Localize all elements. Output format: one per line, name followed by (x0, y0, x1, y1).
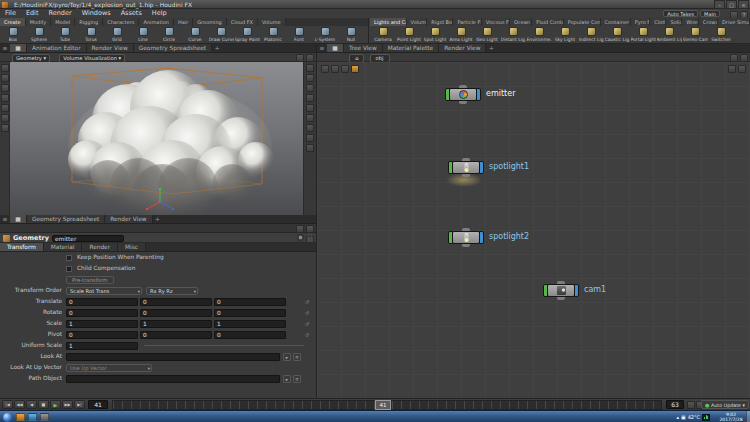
up-vector-menu[interactable]: Use Up Vector (66, 364, 152, 372)
title-bar[interactable]: E:/HoudiniFX/pyro/Toy/1/4_explosion_out_… (0, 0, 750, 9)
translate-tool-icon[interactable] (1, 74, 9, 82)
node-select-flag[interactable] (448, 161, 453, 174)
shelf-tool[interactable]: Circle (156, 26, 182, 44)
shelf-tool[interactable]: Spray Paint (234, 26, 260, 44)
transport-button[interactable]: |◀ (2, 400, 13, 409)
rotate-tool-icon[interactable] (1, 84, 9, 92)
shelf-tool[interactable]: Platonic (260, 26, 286, 44)
shelf-tab[interactable]: Animation (139, 18, 174, 26)
taskbar-clock[interactable]: 9:02 2017/7/28 (714, 412, 748, 422)
node-spotlight1[interactable]: spotlight1 (448, 161, 484, 174)
shelf-tab[interactable]: Model (51, 18, 75, 26)
network-editor[interactable]: emitter spotlight1 spotlight2 (317, 62, 750, 398)
shelf-tab[interactable]: Cloud FX (227, 18, 258, 26)
shelf-tab[interactable]: Volumes (407, 18, 428, 26)
shelf-tab[interactable]: Drive Simulation (718, 18, 750, 26)
shelf-tool[interactable]: Indirect Lig. (578, 26, 604, 44)
audio-icon[interactable] (687, 401, 695, 409)
shelf-tab[interactable]: Lights and Cameras (370, 18, 407, 26)
shelf-tool[interactable]: Portal Light (630, 26, 656, 44)
pane-tab[interactable]: Render View (439, 44, 486, 52)
gear-icon[interactable] (297, 234, 304, 241)
add-tab-button[interactable]: + (212, 44, 222, 52)
transport-button[interactable]: ▶ (50, 400, 61, 409)
network-list-icon[interactable] (730, 54, 738, 62)
folder-tab[interactable]: Transform (0, 243, 44, 251)
shelf-tool[interactable]: Font (286, 26, 312, 44)
menu-item[interactable]: Edit (21, 9, 44, 18)
shelf-tab[interactable]: Grooming (193, 18, 227, 26)
revert-icon[interactable]: ↺ (303, 309, 311, 317)
shelf-tab[interactable]: Characters (103, 18, 139, 26)
shelf-tool[interactable]: Sky Light (552, 26, 578, 44)
scale-y-field[interactable]: 1 (140, 320, 212, 328)
current-take-menu[interactable]: Main (700, 10, 720, 17)
uniform-scale-slider[interactable] (144, 345, 304, 346)
auto-update-menu[interactable]: ● Auto Update ▾ (701, 400, 749, 409)
timeline-ruler[interactable]: 41 (112, 400, 662, 410)
revert-icon[interactable]: ↺ (303, 320, 311, 328)
shelf-tab[interactable]: Viscous Fluids (482, 18, 510, 26)
pivot-z-field[interactable]: 0 (214, 331, 286, 339)
node-display-flag[interactable] (476, 88, 481, 101)
shelf-tab[interactable]: Volume (258, 18, 286, 26)
select-tool-icon[interactable] (1, 64, 9, 72)
translate-x-field[interactable]: 0 (66, 298, 138, 306)
auto-takes-menu[interactable]: Auto Takes (663, 10, 698, 17)
shelf-tab[interactable]: Rigid Bodies (427, 18, 453, 26)
pane-tab[interactable]: Render View (105, 215, 152, 223)
tab-network-view[interactable]: ▦ (327, 44, 344, 52)
shelf-tool[interactable]: Curve (182, 26, 208, 44)
maximize-button[interactable]: □ (726, 0, 737, 9)
shelf-tool[interactable]: Line (130, 26, 156, 44)
tray-expand-icon[interactable]: ▴ (676, 414, 679, 420)
menu-item[interactable]: Windows (77, 9, 116, 18)
transport-button[interactable]: ■ (38, 400, 49, 409)
node-color-icon[interactable] (341, 65, 349, 73)
tab-scene-view[interactable]: ▦ (10, 44, 27, 52)
pane-menu-icon[interactable]: ≡ (317, 44, 327, 52)
minimize-button[interactable]: – (714, 0, 725, 9)
shelf-tool[interactable]: Box (0, 26, 26, 44)
snapshot-icon[interactable] (306, 104, 314, 112)
shelf-tab[interactable]: Particle Fluids (453, 18, 481, 26)
handles-tool-icon[interactable] (1, 104, 9, 112)
rotate-x-field[interactable]: 0 (66, 309, 138, 317)
transport-button[interactable]: ▶| (74, 400, 85, 409)
shelf-tab[interactable]: Container Tools (601, 18, 631, 26)
pivot-y-field[interactable]: 0 (140, 331, 212, 339)
view-tool-icon[interactable] (1, 124, 9, 132)
shelf-tab[interactable]: Crowds (699, 18, 718, 26)
transport-button[interactable]: ◀◀ (14, 400, 25, 409)
node-chooser-icon[interactable]: ▸ (283, 353, 291, 361)
taskbar-app-icon[interactable] (28, 413, 37, 421)
node-cam1[interactable]: cam1 (543, 284, 579, 297)
revert-icon[interactable]: ↺ (303, 331, 311, 339)
param-options-icon[interactable] (306, 225, 314, 233)
shelf-tool[interactable]: Spot Light (422, 26, 448, 44)
transport-button[interactable]: ◀ (26, 400, 37, 409)
scale-x-field[interactable]: 1 (66, 320, 138, 328)
node-display-flag[interactable] (479, 161, 484, 174)
shelf-tab[interactable]: Modify (26, 18, 52, 26)
shelf-tool[interactable]: Distant Lig. (500, 26, 526, 44)
taskbar-app-icon[interactable] (40, 413, 49, 421)
pane-tab[interactable]: Animation Editor (27, 44, 87, 52)
grid-snap-icon[interactable] (321, 65, 329, 73)
shelf-tool[interactable]: Switcher (708, 26, 734, 44)
wireframe-icon[interactable] (306, 74, 314, 82)
node-select-flag[interactable] (445, 88, 450, 101)
shelf-tool[interactable]: Sphere (26, 26, 52, 44)
pane-tab[interactable]: Geometry Spreadsheet (134, 44, 212, 52)
cpu-meter[interactable] (702, 414, 710, 421)
node-shape-icon[interactable] (331, 65, 339, 73)
shelf-tab[interactable]: Create (0, 18, 26, 26)
shelf-tool[interactable]: Torus (78, 26, 104, 44)
shelf-tab[interactable]: Fluid Containers (532, 18, 563, 26)
pane-menu-icon[interactable]: ≡ (0, 44, 10, 52)
shelf-tool[interactable]: Draw Curve (208, 26, 234, 44)
shelf-tool[interactable]: Tube (52, 26, 78, 44)
look-at-field[interactable] (66, 353, 280, 361)
node-output-connector[interactable] (462, 244, 470, 247)
scale-tool-icon[interactable] (1, 94, 9, 102)
